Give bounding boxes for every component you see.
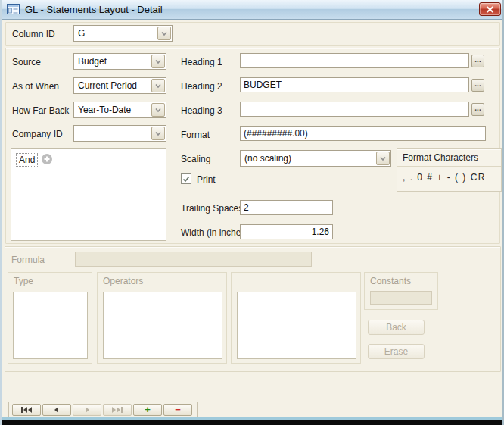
source-label: Source [12,57,41,67]
operators-group-title: Operators [103,276,143,286]
trailing-spaces-label: Trailing Spaces [181,203,243,214]
trailing-spaces-input[interactable] [240,200,333,215]
record-navigation-toolbar: + − [8,402,198,418]
operators-listbox[interactable] [103,292,222,359]
add-condition-icon[interactable] [42,154,52,164]
width-inches-label: Width (in inches) [181,227,248,238]
source-combo[interactable]: Budget [73,53,166,70]
next-record-button[interactable] [73,404,101,416]
formula-label: Formula [11,255,45,265]
heading1-label: Heading 1 [181,57,222,67]
type-group-title: Type [14,276,33,286]
scaling-combo[interactable]: (no scaling) [240,150,391,167]
heading3-label: Heading 3 [181,105,222,116]
scaling-label: Scaling [181,154,210,164]
as-of-when-combo[interactable]: Current Period [73,77,166,94]
close-button[interactable] [479,2,501,16]
type-group: Type [8,272,92,364]
column-id-value: G [78,28,85,39]
column-id-label: Column ID [12,29,55,39]
window-title: GL - Statements Layout - Detail [25,0,163,20]
chevron-down-icon[interactable] [151,79,165,92]
operands-group [231,272,361,364]
constants-group-title: Constants [370,276,411,286]
chevron-down-icon[interactable] [376,152,390,165]
form-icon [7,4,20,15]
format-input[interactable] [240,126,486,141]
how-far-back-combo[interactable]: Year-To-Date [73,102,166,118]
first-record-button[interactable] [12,404,41,416]
format-characters-group: Format Characters , . 0 # + - ( ) CR [397,148,502,192]
constants-input[interactable] [370,291,432,305]
scaling-value: (no scaling) [244,153,291,164]
column-id-combo[interactable]: G [73,25,173,42]
erase-button[interactable]: Erase [368,344,425,359]
how-far-back-label: How Far Back [12,105,69,116]
and-operator-label[interactable]: And [16,153,38,167]
type-listbox[interactable] [13,292,88,359]
format-characters-title: Format Characters [403,152,478,163]
heading1-input[interactable] [240,53,469,68]
close-icon [486,6,494,13]
as-of-when-label: As of When [12,81,59,92]
first-record-icon [21,407,32,413]
format-label: Format [181,130,210,140]
chevron-down-icon[interactable] [151,127,165,140]
next-record-icon [84,407,90,413]
last-record-button[interactable] [103,404,132,416]
previous-record-icon [54,407,60,413]
checkmark-icon [182,176,190,183]
heading3-lookup-button[interactable]: ... [471,103,484,116]
filter-builder-box: And [11,148,166,241]
print-checkbox[interactable] [181,173,191,184]
chevron-down-icon[interactable] [151,55,165,68]
back-button[interactable]: Back [368,320,425,335]
heading2-label: Heading 2 [181,81,222,92]
how-far-back-value: Year-To-Date [78,105,131,115]
operators-group: Operators [97,272,227,364]
title-bar: GL - Statements Layout - Detail [2,0,502,20]
heading2-lookup-button[interactable]: ... [471,79,484,92]
operands-listbox[interactable] [237,292,356,359]
chevron-down-icon[interactable] [151,103,165,117]
add-record-button[interactable]: + [133,404,162,416]
company-id-label: Company ID [12,129,63,139]
heading1-lookup-button[interactable]: ... [471,55,484,67]
dialog-window: GL - Statements Layout - Detail Column I… [0,0,504,425]
last-record-icon [112,407,123,413]
as-of-when-value: Current Period [78,80,137,91]
previous-record-button[interactable] [42,404,71,416]
delete-record-button[interactable]: − [163,404,192,416]
window-frame-bottom-edge [2,420,502,425]
company-id-combo[interactable] [73,125,166,142]
format-characters-list: , . 0 # + - ( ) CR [403,172,486,183]
formula-input[interactable] [75,252,312,267]
chevron-down-icon[interactable] [157,27,171,40]
divider [397,166,501,167]
heading2-input[interactable] [240,77,469,92]
print-label: Print [197,174,216,185]
source-value: Budget [78,56,107,67]
width-inches-input[interactable] [240,224,333,239]
heading3-input[interactable] [240,102,469,117]
